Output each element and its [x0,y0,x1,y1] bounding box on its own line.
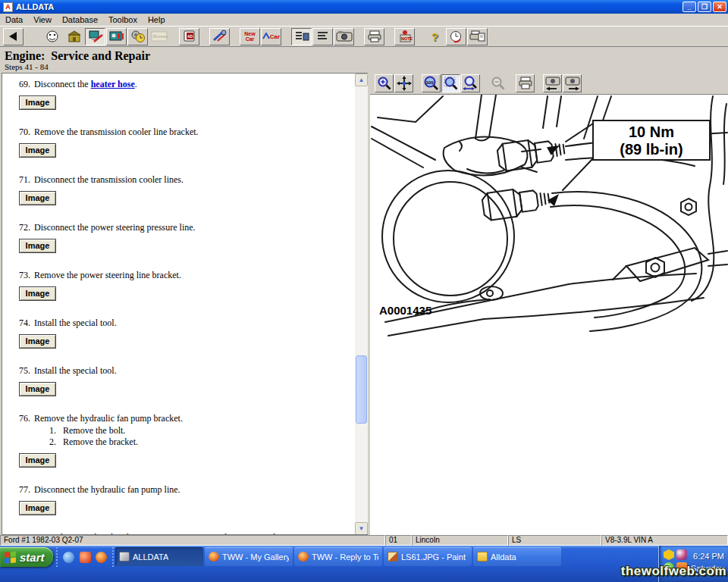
menu-database[interactable]: Database [57,14,103,26]
step-text: Disconnect the power steering pressure l… [34,222,303,233]
status-vehicle: Ford #1 1982-03 Q2-07 [0,535,385,546]
pc-diagnostics-icon[interactable] [85,28,105,45]
previous-image-icon[interactable] [543,74,562,92]
firefox-icon[interactable] [96,552,107,563]
start-button[interactable]: start [0,547,53,567]
step-72: 72.Disconnect the power steering pressur… [19,222,354,253]
close-button[interactable]: ✕ [713,2,726,12]
illustration-area: 10 Nm (89 lb-in) A0001435 [370,95,728,535]
page-subtitle: Steps 41 - 84 [5,62,49,71]
menu-view[interactable]: View [28,14,57,26]
new-car-label-top: New [244,31,255,36]
substep-text: Remove the bolt. [63,425,125,436]
paint-app-icon [388,552,398,562]
step-number: 74. [19,318,34,329]
steps-scrollbar[interactable]: ▲ ▼ [355,74,368,535]
messenger-icon[interactable] [676,549,687,560]
paragraph-view-icon[interactable] [312,28,333,45]
taskbar-button-tww-reply[interactable]: TWW - Reply to Topic... [294,547,382,566]
taskbar-button-tww-gallery[interactable]: TWW - My Gallery - M... [205,547,293,566]
title-bar: A ALLDATA _ ❐ ✕ [0,0,728,14]
window-title: ALLDATA [16,2,681,11]
browser-swirl-icon[interactable] [63,552,74,563]
print-icon[interactable] [364,28,384,45]
procedure-pane: 69. Disconnect the heater hose. Image 70… [2,73,368,535]
security-shield-icon[interactable] [664,549,674,560]
image-button[interactable]: Image [19,95,56,110]
shop-icon[interactable] [64,28,84,45]
clock-time: 6:24 PM [691,550,724,562]
step-76: 76.Remove the hydraulic fan pump bracket… [19,413,354,468]
taskbar-button-alldata[interactable]: ALLDATA [115,547,203,566]
note-label: NOTE [401,36,413,41]
step-text: Disconnect the transmission cooler lines… [34,174,303,186]
zoom-in-icon[interactable] [375,74,394,92]
alldata-app-icon [119,552,130,562]
main-toolbar: Browse AD NewCar Car NOTE ? [0,27,728,47]
step-text: Remove the hydraulic fan pump bracket. [34,413,303,424]
taskbar-button-label: TWW - My Gallery - M... [222,552,289,562]
book-icon[interactable]: AD [179,28,199,45]
new-car-icon[interactable]: NewCar [240,28,260,45]
image-button[interactable]: Image [19,334,56,349]
vehicle-select-icon[interactable] [42,28,63,45]
menu-help[interactable]: Help [143,14,171,26]
car-report-icon[interactable]: Car [261,28,281,45]
step-text: Install the special tool. [34,365,303,377]
image-button[interactable]: Image [19,143,56,158]
list-view-icon[interactable] [291,28,312,45]
scrollbar-thumb[interactable] [356,355,367,424]
image-button[interactable]: Image [19,191,56,205]
note-icon[interactable]: NOTE [394,28,415,45]
zoom-100-icon[interactable]: 100 [422,74,441,92]
tools-icon[interactable] [209,28,230,45]
gauge-panel-icon[interactable] [106,28,127,45]
content-area: 69. Disconnect the heater hose. Image 70… [0,72,728,535]
zoom-width-icon[interactable] [461,74,480,92]
page-header: Engine: Service and Repair Steps 41 - 84 [0,47,728,72]
taskbar-button-label: Alldata [491,552,516,562]
start-label: start [20,551,45,564]
restore-button[interactable]: ❐ [698,2,711,12]
step-text: Disconnect the hydraulic fan pump line. [34,484,303,496]
browse-icon[interactable]: Browse [149,28,169,45]
menu-data[interactable]: Data [0,14,28,26]
status-model: LS [508,535,601,546]
zoom-fit-icon[interactable] [441,74,460,92]
folder-icon [477,552,488,562]
help-icon[interactable]: ? [425,28,445,45]
print-preview-icon[interactable] [467,28,488,45]
taskbar-button-paint[interactable]: LS61.JPG - Paint [384,547,472,566]
taskbar-button-alldata-folder[interactable]: Alldata [473,547,561,566]
scroll-up-icon[interactable]: ▲ [355,74,368,86]
figure-id: A0001435 [379,304,431,317]
status-make: Lincoln [412,535,508,546]
heater-hose-link[interactable]: heater hose [91,79,135,89]
image-button[interactable]: Image [19,239,56,253]
print-image-icon[interactable] [516,74,535,92]
step-number: 75. [19,365,34,377]
substep-text: Remove the bracket. [63,436,138,448]
status-code: 01 [385,535,412,546]
substep-number: 2. [49,436,63,448]
app-icon: A [3,2,13,12]
minimize-button[interactable]: _ [682,2,696,12]
image-button[interactable]: Image [19,501,56,515]
step-number: 71. [19,174,34,186]
back-icon[interactable] [3,28,24,45]
step-text-after: . [135,79,137,89]
gears-clock-icon[interactable] [127,28,148,45]
step-73: 73.Remove the power steering line bracke… [19,270,354,301]
torque-value: 10 Nm [629,124,674,140]
scroll-down-icon[interactable]: ▼ [355,522,368,535]
pan-icon[interactable] [394,74,413,92]
next-image-icon[interactable] [563,74,582,92]
image-view-icon[interactable] [334,28,354,45]
image-button[interactable]: Image [19,453,56,468]
history-icon[interactable] [446,28,466,45]
image-button[interactable]: Image [19,286,56,301]
step-number: 69. [19,79,34,90]
media-app-icon[interactable] [80,552,91,563]
menu-toolbox[interactable]: Toolbox [103,14,143,26]
image-button[interactable]: Image [19,382,56,396]
